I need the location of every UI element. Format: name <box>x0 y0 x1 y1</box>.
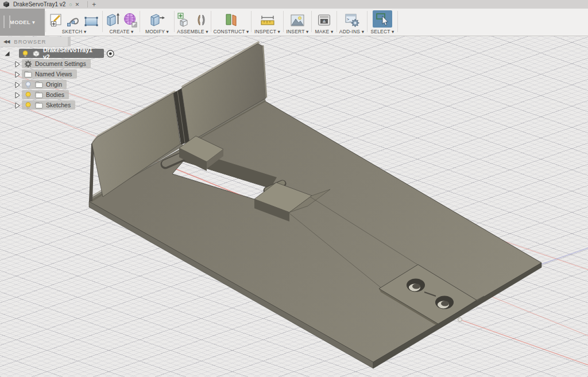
new-tab-button[interactable]: + <box>92 2 96 7</box>
browser-item-label: Bodies <box>46 91 64 98</box>
menu-create[interactable]: CREATE ▾ <box>103 10 140 34</box>
menu-insert[interactable]: INSERT ▾ <box>284 10 311 34</box>
browser-item-chip[interactable]: Bodies <box>22 90 69 99</box>
menu-assemble[interactable]: ASSEMBLE ▾ <box>175 10 211 34</box>
bulb-on-icon[interactable] <box>21 50 29 57</box>
menu-inspect[interactable]: INSPECT ▾ <box>252 10 283 34</box>
spline-icon[interactable] <box>67 14 82 28</box>
browser-item-chip[interactable]: Sketches <box>22 100 75 110</box>
toolbar-grip <box>3 15 10 28</box>
browser-item-chip[interactable]: Origin <box>22 80 67 89</box>
expand-icon[interactable] <box>13 102 21 109</box>
browser-row-origin[interactable]: Origin <box>13 80 67 89</box>
fusion360-window: DrakeServoTray1 v2 ○ ✕ + MODEL ▾ <box>0 0 588 377</box>
rectangle-icon[interactable] <box>84 15 99 28</box>
menu-label-insert[interactable]: INSERT ▾ <box>286 29 308 34</box>
toolbar: MODEL ▾ <box>0 9 588 36</box>
menu-label-inspect[interactable]: INSPECT ▾ <box>254 29 280 34</box>
component-cube-icon <box>32 50 40 57</box>
browser-row-document-settings[interactable]: Document Settings <box>13 59 91 68</box>
expand-icon[interactable] <box>13 60 21 68</box>
browser-root-label: DrakeServoTray1 v2 <box>43 46 98 60</box>
menu-label-make[interactable]: MAKE ▾ <box>315 29 334 34</box>
gear-icon <box>24 60 32 68</box>
document-tab-title: DrakeServoTray1 v2 <box>13 1 65 7</box>
menu-construct[interactable]: CONSTRUCT ▾ <box>211 10 251 34</box>
browser-scrollbar[interactable] <box>68 37 71 46</box>
browser-header[interactable]: ◀◀ BROWSER <box>0 37 68 47</box>
create-sketch-icon[interactable] <box>49 12 64 28</box>
menu-addins[interactable]: >_ ADD-INS ▾ <box>337 10 366 34</box>
x-axis-line <box>460 320 588 365</box>
expand-icon[interactable] <box>13 71 21 78</box>
app-cube-icon <box>2 1 11 8</box>
toolbar-separator <box>102 11 103 32</box>
browser-title: BROWSER <box>14 38 46 45</box>
expand-icon[interactable] <box>13 81 21 88</box>
bulb-on-icon[interactable] <box>24 102 32 109</box>
select-cursor-icon[interactable] <box>373 10 392 28</box>
menu-label-select[interactable]: SELECT ▾ <box>370 29 394 34</box>
browser-row-named-views[interactable]: Named Views <box>13 69 77 79</box>
menu-select[interactable]: SELECT ▾ <box>368 10 397 34</box>
browser-item-label: Origin <box>46 81 62 88</box>
browser-item-label: Sketches <box>46 102 71 108</box>
browser-row-bodies[interactable]: Bodies <box>13 90 69 99</box>
menu-label-construct[interactable]: CONSTRUCT ▾ <box>213 29 249 34</box>
folder-icon <box>35 81 43 88</box>
menu-make[interactable]: MAKE ▾ <box>312 10 336 34</box>
measure-icon[interactable] <box>260 14 276 28</box>
expand-icon[interactable] <box>13 91 21 99</box>
browser-root-chip[interactable]: DrakeServoTray1 v2 <box>19 49 104 58</box>
workspace-switcher[interactable]: MODEL ▾ <box>0 9 45 36</box>
construction-plane-icon[interactable] <box>223 12 239 28</box>
insert-image-icon[interactable] <box>289 13 305 28</box>
folder-icon <box>35 91 43 99</box>
menu-sketch[interactable]: SKETCH ▾ <box>46 10 102 34</box>
unsaved-indicator-icon: ○ <box>69 2 72 7</box>
toolbar-separator <box>397 11 398 32</box>
bulb-on-icon[interactable] <box>24 91 32 99</box>
tab-separator <box>87 1 88 7</box>
joint-icon[interactable] <box>194 13 208 28</box>
menu-label-addins[interactable]: ADD-INS ▾ <box>339 29 364 34</box>
document-tab-bar: DrakeServoTray1 v2 ○ ✕ + <box>0 0 588 9</box>
3d-print-icon[interactable] <box>316 13 332 28</box>
new-component-icon[interactable] <box>177 12 192 28</box>
bulb-off-icon[interactable] <box>24 81 32 88</box>
menu-label-create[interactable]: CREATE ▾ <box>109 29 133 34</box>
collapse-panel-icon[interactable]: ◀◀ <box>3 39 9 44</box>
browser-item-chip[interactable]: Named Views <box>22 69 77 79</box>
menu-label-sketch[interactable]: SKETCH ▾ <box>62 29 87 34</box>
origin-point <box>458 318 462 322</box>
servo-tray-body[interactable] <box>89 42 541 368</box>
browser-root-row[interactable]: DrakeServoTray1 v2 <box>3 49 115 58</box>
activate-component-radio[interactable] <box>106 49 115 58</box>
browser-item-chip[interactable]: Document Settings <box>22 59 91 68</box>
folder-icon <box>35 102 43 109</box>
menu-modify[interactable]: MODIFY ▾ <box>140 10 174 34</box>
form-icon[interactable] <box>123 12 138 28</box>
extrude-icon[interactable] <box>105 11 121 28</box>
document-tab[interactable]: DrakeServoTray1 v2 ○ ✕ <box>11 0 82 9</box>
menu-label-modify[interactable]: MODIFY ▾ <box>145 29 169 34</box>
scripts-addins-icon[interactable]: >_ <box>344 13 360 28</box>
menu-label-assemble[interactable]: ASSEMBLE ▾ <box>177 29 208 34</box>
workspace-label: MODEL ▾ <box>10 19 35 25</box>
tab-close-icon[interactable]: ✕ <box>75 2 80 7</box>
screw-hole <box>435 296 454 309</box>
press-pull-icon[interactable] <box>149 12 165 28</box>
screw-hole <box>407 279 425 292</box>
browser-row-sketches[interactable]: Sketches <box>13 100 75 110</box>
folder-icon <box>24 71 32 78</box>
browser-item-label: Named Views <box>35 71 72 77</box>
svg-text:>_: >_ <box>347 17 352 22</box>
browser-item-label: Document Settings <box>35 60 86 67</box>
expand-collapse-icon[interactable] <box>3 50 11 57</box>
